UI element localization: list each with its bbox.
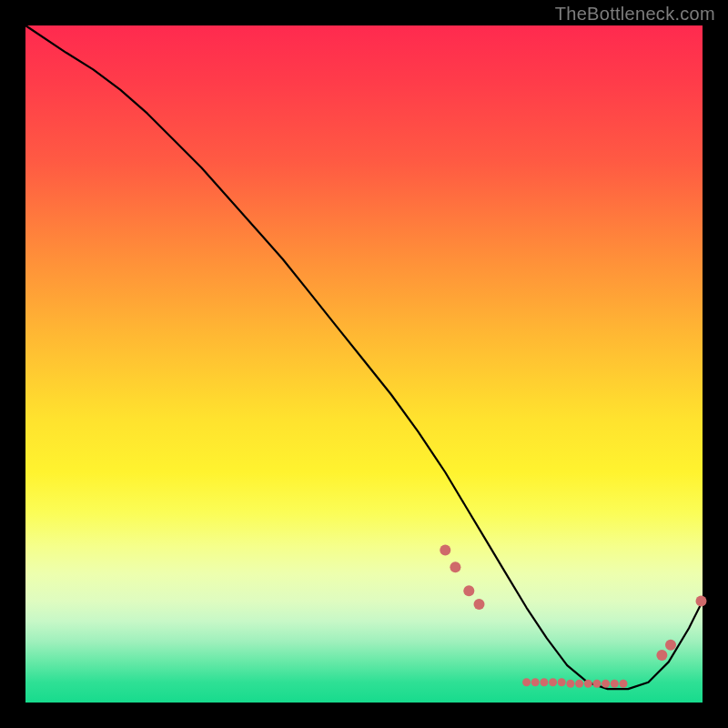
data-dot <box>549 678 557 686</box>
data-dots <box>440 545 706 688</box>
data-dot <box>602 680 610 688</box>
data-dot <box>696 595 707 606</box>
chart-frame: TheBottleneck.com <box>0 0 728 728</box>
data-dot <box>611 680 619 688</box>
data-dot <box>450 561 460 572</box>
data-dot <box>665 640 676 651</box>
data-dot <box>566 680 574 688</box>
watermark-text: TheBottleneck.com <box>555 4 715 25</box>
data-dot <box>575 680 583 688</box>
data-dot <box>592 680 601 688</box>
data-dot <box>531 678 540 686</box>
bottleneck-curve <box>25 25 703 689</box>
data-dot <box>522 678 531 686</box>
chart-svg <box>25 25 703 703</box>
data-dot <box>463 585 474 596</box>
data-dot <box>558 678 566 686</box>
data-dot <box>584 680 592 688</box>
data-dot <box>656 650 667 661</box>
data-dot <box>440 545 450 556</box>
data-dot <box>620 680 628 688</box>
plot-area <box>25 25 703 703</box>
data-dot <box>474 599 485 610</box>
data-dot <box>540 678 548 686</box>
